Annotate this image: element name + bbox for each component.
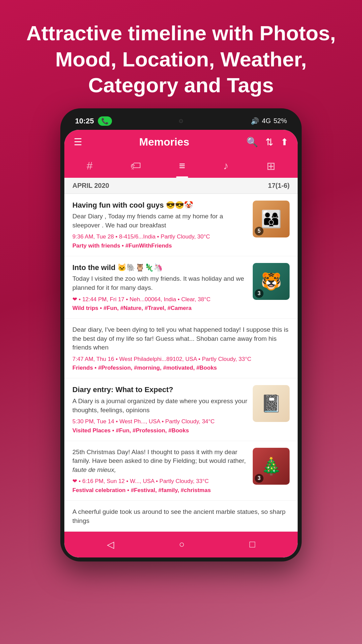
- time-display: 10:25: [75, 117, 94, 125]
- header-actions: 🔍 ⇅ ⬆: [246, 137, 288, 148]
- menu-icon[interactable]: ☰: [74, 137, 82, 148]
- music-icon: ♪: [223, 160, 229, 172]
- status-icons: 🔊 4G 52%: [251, 117, 287, 125]
- diary-entry[interactable]: A cheerful guide took us around to see t…: [64, 501, 298, 532]
- phone-mockup: 10:25 📞 🔊 4G 52% ☰ Memories 🔍 ⇅ ⬆: [60, 108, 302, 562]
- bottom-nav: ◁ ○ □: [64, 532, 298, 557]
- entry-image: 👨‍👩‍👦 5: [253, 201, 290, 237]
- image-count-badge: 3: [255, 474, 263, 483]
- entry-meta: 9:36 AM, Tue 28 • 8-415/6...India • Part…: [72, 232, 247, 241]
- entry-title: Having fun with cool guys 😎😎🤡: [72, 201, 247, 210]
- entry-meta: ❤ • 12:44 PM, Fri 17 • Neh...00064, Indi…: [72, 295, 247, 304]
- app-title: Memories: [139, 136, 189, 148]
- tab-gallery[interactable]: ⊞: [260, 154, 282, 178]
- entry-body: 25th Christmas Day! Alas! I thought to p…: [72, 448, 247, 475]
- entry-content: Into the wild 🐱🐘🦉🦎🦄 Today I visited the …: [72, 263, 247, 312]
- entry-meta: 5:30 PM, Tue 14 • West Ph..., USA • Part…: [72, 417, 247, 426]
- entry-content: Dear diary, I've been dying to tell you …: [72, 325, 290, 371]
- app-header: ☰ Memories 🔍 ⇅ ⬆: [64, 130, 298, 154]
- camera-dot: [179, 119, 183, 123]
- diary-entry[interactable]: 25th Christmas Day! Alas! I thought to p…: [64, 441, 298, 501]
- image-count-badge: 3: [255, 289, 263, 298]
- sort-icon[interactable]: ⇅: [265, 137, 273, 148]
- diary-entry[interactable]: Having fun with cool guys 😎😎🤡 Dear Diary…: [64, 194, 298, 256]
- entry-image: 📓: [253, 385, 290, 422]
- entry-tags: Party with friends • #FunWithFriends: [72, 243, 247, 249]
- entry-body: Dear diary, I've been dying to tell you …: [72, 325, 290, 352]
- phone-screen: ☰ Memories 🔍 ⇅ ⬆ # 🏷 ≡ ♪ ⊞: [64, 130, 298, 558]
- camera-notch: [161, 116, 201, 126]
- entry-content: Diary entry: What to Expect? A Diary is …: [72, 385, 247, 434]
- entry-content: Having fun with cool guys 😎😎🤡 Dear Diary…: [72, 201, 247, 249]
- diary-entry[interactable]: Diary entry: What to Expect? A Diary is …: [64, 378, 298, 441]
- entry-title: Diary entry: What to Expect?: [72, 385, 247, 395]
- call-badge: 📞: [98, 116, 112, 126]
- hashtag-icon: #: [86, 160, 93, 172]
- back-button[interactable]: ◁: [100, 536, 121, 553]
- entry-content: A cheerful guide took us around to see t…: [72, 507, 290, 528]
- entry-body: A Diary is a journal organized by date w…: [72, 397, 247, 415]
- tag-icon: 🏷: [130, 160, 141, 172]
- entry-tags: Friends • #Profession, #morning, #motiva…: [72, 365, 290, 371]
- entry-content: 25th Christmas Day! Alas! I thought to p…: [72, 448, 247, 494]
- entry-image: 🐯 3: [253, 263, 290, 300]
- list-icon: ≡: [179, 160, 185, 172]
- entry-image: 🎄 3: [253, 448, 290, 485]
- tab-hashtag[interactable]: #: [80, 154, 99, 178]
- battery-display: 52%: [274, 117, 287, 125]
- gallery-icon: ⊞: [266, 160, 276, 172]
- entry-body: A cheerful guide took us around to see t…: [72, 507, 290, 525]
- upload-icon[interactable]: ⬆: [281, 137, 288, 148]
- entry-tags: Visited Places • #Fun, #Profession, #Boo…: [72, 427, 247, 434]
- date-bar: APRIL 2020 17(1-6): [64, 178, 298, 194]
- status-bar: 10:25 📞 🔊 4G 52%: [64, 112, 298, 130]
- signal-icon: 4G: [262, 117, 271, 125]
- diary-entry[interactable]: Into the wild 🐱🐘🦉🦎🦄 Today I visited the …: [64, 256, 298, 319]
- entry-meta: 7:47 AM, Thu 16 • West Philadelphi...891…: [72, 355, 290, 364]
- tab-bar: # 🏷 ≡ ♪ ⊞: [64, 154, 298, 178]
- entry-title: Into the wild 🐱🐘🦉🦎🦄: [72, 263, 247, 273]
- hero-title: Attractive timeline with Photos, Mood, L…: [0, 0, 362, 108]
- volume-icon: 🔊: [251, 117, 259, 125]
- entry-body: Today I visited the zoo with my friends.…: [72, 274, 247, 292]
- tab-tag[interactable]: 🏷: [124, 154, 148, 178]
- entry-tags: Wild trips • #Fun, #Nature, #Travel, #Ca…: [72, 305, 247, 312]
- tab-list[interactable]: ≡: [172, 154, 192, 178]
- month-label: APRIL 2020: [72, 182, 109, 190]
- diary-list: Having fun with cool guys 😎😎🤡 Dear Diary…: [64, 194, 298, 532]
- entry-body: Dear Diary , Today my friends came at my…: [72, 212, 247, 230]
- entry-meta: ❤ • 6:16 PM, Sun 12 • W..., USA • Partly…: [72, 477, 247, 486]
- image-count-badge: 5: [255, 227, 263, 235]
- diary-entry[interactable]: Dear diary, I've been dying to tell you …: [64, 319, 298, 378]
- home-button[interactable]: ○: [172, 536, 191, 553]
- entry-tags: Festival celebration • #Festival, #famil…: [72, 487, 247, 494]
- search-icon[interactable]: 🔍: [246, 137, 258, 148]
- tab-music[interactable]: ♪: [217, 154, 235, 178]
- recent-button[interactable]: □: [243, 536, 262, 553]
- entry-count: 17(1-6): [268, 182, 290, 190]
